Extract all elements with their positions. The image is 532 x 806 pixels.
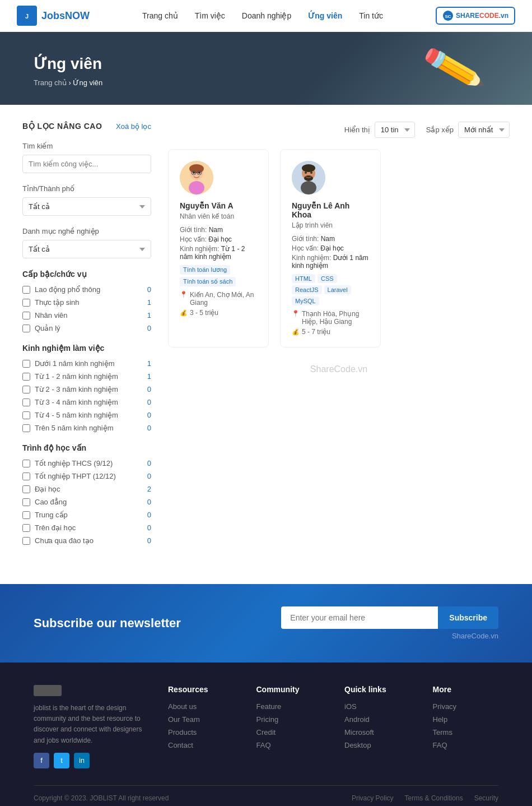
- sidebar: BỘ LỌC NÂNG CAO Xoá bộ lọc Tìm kiếm Tỉnh…: [22, 122, 151, 556]
- nav-news[interactable]: Tin tức: [359, 11, 383, 20]
- exp-checkbox-0[interactable]: [22, 360, 30, 368]
- candidate-title-1: Lập trình viên: [292, 221, 369, 229]
- footer-link-products[interactable]: Products: [168, 728, 234, 736]
- footer-link-about[interactable]: About us: [168, 702, 234, 711]
- level-count-3: 0: [147, 324, 151, 332]
- sort-select[interactable]: Mới nhất: [458, 122, 510, 138]
- candidate-salary-0: 💰 3 - 5 triệu: [180, 309, 257, 317]
- footer-link-faq-community[interactable]: FAQ: [256, 741, 323, 749]
- exp-checkbox-1[interactable]: [22, 373, 30, 381]
- level-count-2: 1: [147, 311, 151, 319]
- exp-count-1: 1: [147, 372, 151, 381]
- newsletter-section: Subscribe our newsletter Subscribe Share…: [0, 584, 532, 663]
- footer-link-team[interactable]: Our Team: [168, 715, 234, 724]
- province-select[interactable]: Tất cả: [22, 197, 151, 216]
- footer-link-desktop[interactable]: Desktop: [344, 741, 410, 749]
- exp-item-1: Từ 1 - 2 năm kinh nghiệm 1: [22, 372, 151, 381]
- nav-home[interactable]: Trang chủ: [142, 11, 178, 20]
- level-checkbox-2[interactable]: [22, 312, 30, 319]
- breadcrumb-home[interactable]: Trang chủ: [34, 78, 67, 87]
- candidate-title-0: Nhân viên kế toán: [180, 212, 257, 220]
- experience-filter: Kinh nghiệm làm việc Dưới 1 năm kinh ngh…: [22, 344, 151, 432]
- candidate-avatar-1: [292, 161, 325, 194]
- candidate-name-1: Nguyễn Lê Anh Khoa: [292, 201, 369, 219]
- exp-checkbox-4[interactable]: [22, 411, 30, 419]
- candidate-card-1[interactable]: Nguyễn Lê Anh Khoa Lập trình viên Giới t…: [280, 149, 381, 348]
- candidate-experience-1: Kinh nghiệm: Dưới 1 năm kinh nghiệm: [292, 254, 369, 270]
- edu-checkbox-1[interactable]: [22, 473, 30, 480]
- footer-link-microsoft[interactable]: Microsoft: [344, 728, 410, 736]
- footer-link-terms[interactable]: Terms: [433, 728, 499, 736]
- level-checkbox-0[interactable]: [22, 286, 30, 294]
- nav-enterprise[interactable]: Doanh nghiệp: [242, 11, 291, 20]
- edu-checkbox-3[interactable]: [22, 498, 30, 506]
- candidate-gender-0: Giới tính: Nam: [180, 226, 257, 234]
- level-count-0: 0: [147, 285, 151, 294]
- footer-terms-conditions[interactable]: Terms & Conditions: [405, 794, 463, 802]
- candidate-education-1: Học vấn: Đại học: [292, 244, 369, 252]
- tag-1-4: MySQL: [292, 297, 319, 305]
- edu-checkbox-6[interactable]: [22, 537, 30, 545]
- edu-item-0: Tốt nghiệp THCS (9/12) 0: [22, 459, 151, 467]
- footer-link-ios[interactable]: iOS: [344, 702, 410, 711]
- candidate-name-0: Nguyễn Văn A: [180, 201, 257, 210]
- breadcrumb-current: Ứng viên: [73, 78, 102, 87]
- footer-link-android[interactable]: Android: [344, 715, 410, 724]
- nav-jobs[interactable]: Tìm việc: [195, 11, 225, 20]
- twitter-icon[interactable]: t: [54, 753, 69, 768]
- footer-link-credit[interactable]: Credit: [256, 728, 323, 736]
- nav-candidates[interactable]: Ứng viên: [308, 11, 342, 20]
- facebook-icon[interactable]: f: [34, 753, 49, 768]
- exp-label-5: Trên 5 năm kinh nghiệm: [35, 424, 113, 432]
- display-select[interactable]: 10 tin: [375, 122, 415, 138]
- sharecode-label: SHARECODE.vn: [456, 12, 508, 20]
- footer-brand-desc: joblist is the heart of the design commu…: [34, 703, 146, 746]
- level-item-2: Nhân viên 1: [22, 311, 151, 319]
- sort-bar: Hiển thị 10 tin Sắp xếp Mới nhất: [168, 122, 510, 138]
- exp-item-2: Từ 2 - 3 năm kinh nghiệm 0: [22, 385, 151, 393]
- newsletter-watermark: ShareCode.vn: [281, 632, 498, 640]
- level-item-0: Lao động phổ thông 0: [22, 285, 151, 294]
- footer-security[interactable]: Security: [474, 794, 498, 802]
- footer-link-contact[interactable]: Contact: [168, 741, 234, 749]
- footer-link-pricing[interactable]: Pricing: [256, 715, 323, 724]
- exp-checkbox-3[interactable]: [22, 399, 30, 406]
- newsletter-subscribe-button[interactable]: Subscribe: [438, 606, 498, 629]
- level-checkbox-3[interactable]: [22, 325, 30, 332]
- sidebar-header: BỘ LỌC NÂNG CAO Xoá bộ lọc: [22, 122, 151, 131]
- linkedin-icon[interactable]: in: [74, 753, 90, 768]
- footer-col-more-title: More: [433, 685, 499, 694]
- footer-bottom-links: Privacy Policy Terms & Conditions Securi…: [352, 794, 498, 802]
- edu-checkbox-5[interactable]: [22, 524, 30, 532]
- footer-col-resources: Resources About us Our Team Products Con…: [168, 685, 234, 768]
- edu-count-2: 2: [147, 485, 151, 493]
- edu-checkbox-2[interactable]: [22, 485, 30, 493]
- footer-col-community: Community Feature Pricing Credit FAQ: [256, 685, 323, 768]
- level-title: Cấp bậc/chức vụ: [22, 270, 151, 279]
- level-checkbox-1[interactable]: [22, 299, 30, 307]
- footer-logo: [34, 685, 62, 696]
- footer-link-faq-more[interactable]: FAQ: [433, 741, 499, 749]
- newsletter-email-input[interactable]: [281, 606, 438, 629]
- tag-1-3: Laravel: [324, 285, 351, 294]
- newsletter-form: Subscribe: [281, 606, 498, 629]
- category-filter: Danh mục nghề nghiệp Tất cả: [22, 227, 151, 258]
- edu-checkbox-4[interactable]: [22, 511, 30, 519]
- footer-link-feature[interactable]: Feature: [256, 702, 323, 711]
- footer-link-help[interactable]: Help: [433, 715, 499, 724]
- search-input[interactable]: [22, 155, 151, 173]
- tag-0-1: Tính toán số sách: [180, 277, 236, 286]
- candidate-card-0[interactable]: Nguyễn Văn A Nhân viên kế toán Giới tính…: [168, 149, 269, 348]
- edu-label-4: Trung cấp: [35, 511, 68, 519]
- exp-checkbox-5[interactable]: [22, 424, 30, 432]
- tag-1-2: ReactJS: [292, 285, 322, 294]
- footer-privacy-policy[interactable]: Privacy Policy: [352, 794, 394, 802]
- candidate-tags-0: Tính toán lương Tính toán số sách: [180, 265, 257, 286]
- exp-checkbox-2[interactable]: [22, 386, 30, 393]
- edu-checkbox-0[interactable]: [22, 460, 30, 467]
- clear-filter-button[interactable]: Xoá bộ lọc: [116, 122, 151, 131]
- main-nav: Trang chủ Tìm việc Doanh nghiệp Ứng viên…: [142, 11, 383, 20]
- category-select[interactable]: Tất cả: [22, 240, 151, 258]
- edu-item-5: Trên đại học 0: [22, 524, 151, 532]
- footer-link-privacy[interactable]: Privacy: [433, 702, 499, 711]
